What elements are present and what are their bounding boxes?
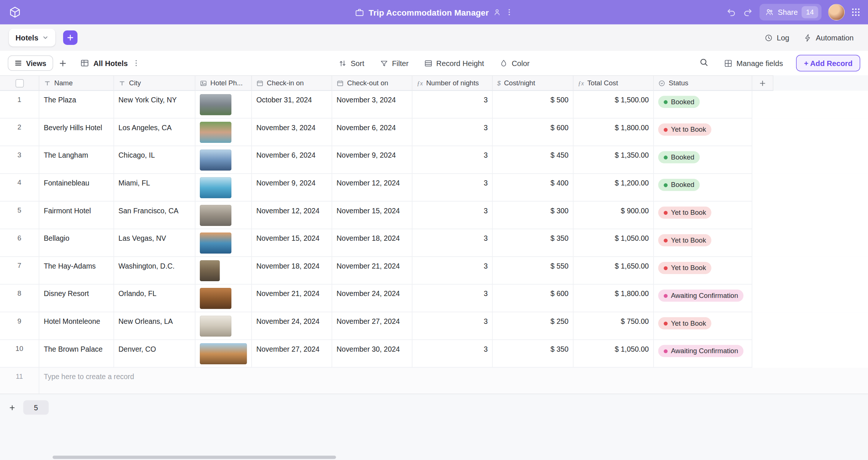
cell-nights[interactable]: 3 [412, 312, 493, 340]
add-table-button[interactable] [63, 30, 78, 45]
cell-total[interactable]: $ 1,800.00 [573, 285, 654, 312]
record-count-badge[interactable]: 5 [23, 400, 49, 415]
cell-status[interactable]: Yet to Book [654, 257, 752, 285]
cell-checkin[interactable]: November 27, 2024 [252, 340, 332, 368]
cell-checkin[interactable]: November 3, 2024 [252, 118, 332, 146]
cell-city[interactable]: Las Vegas, NV [114, 229, 195, 257]
cell-photo[interactable] [195, 312, 252, 340]
cell-nights[interactable]: 3 [412, 146, 493, 174]
cell-checkout[interactable]: November 12, 2024 [332, 174, 412, 202]
cell-name[interactable]: The Langham [39, 146, 114, 174]
cell-name[interactable]: The Plaza [39, 91, 114, 119]
hotel-photo-thumbnail[interactable] [200, 232, 231, 253]
cell-num[interactable]: 10 [0, 340, 39, 368]
tab-hotels[interactable]: Hotels [9, 29, 56, 47]
cell-total[interactable]: $ 1,200.00 [573, 174, 654, 202]
cell-status[interactable]: Awaiting Confirmation [654, 285, 752, 312]
cell-num[interactable]: 1 [0, 91, 39, 119]
cell-checkin[interactable]: November 9, 2024 [252, 174, 332, 202]
cell-nights[interactable]: 3 [412, 340, 493, 368]
cell-num[interactable]: 5 [0, 201, 39, 229]
cell-name[interactable]: The Hay-Adams [39, 257, 114, 285]
share-access-icon[interactable] [493, 8, 501, 16]
hotel-photo-thumbnail[interactable] [200, 315, 231, 336]
cell-total[interactable]: $ 1,350.00 [573, 146, 654, 174]
cell-city[interactable]: Denver, CO [114, 340, 195, 368]
cell-total[interactable]: $ 1,650.00 [573, 257, 654, 285]
cell-checkin[interactable]: October 31, 2024 [252, 91, 332, 119]
cell-checkin[interactable]: November 12, 2024 [252, 201, 332, 229]
hotel-photo-thumbnail[interactable] [200, 343, 247, 364]
cell-total[interactable]: $ 900.00 [573, 201, 654, 229]
search-button[interactable] [697, 55, 711, 71]
cell-status[interactable]: Yet to Book [654, 201, 752, 229]
cell-city[interactable]: Los Angeles, CA [114, 118, 195, 146]
hotel-photo-thumbnail[interactable] [200, 288, 231, 309]
cell-photo[interactable] [195, 118, 252, 146]
column-header-cost[interactable]: $Cost/night [493, 75, 573, 91]
cell-photo[interactable] [195, 146, 252, 174]
cell-num[interactable]: 8 [0, 285, 39, 312]
cell-checkout[interactable]: November 15, 2024 [332, 201, 412, 229]
cell-nights[interactable]: 3 [412, 91, 493, 119]
column-header-row-number[interactable] [0, 75, 39, 91]
cell-name[interactable]: Fairmont Hotel [39, 201, 114, 229]
cell-name[interactable]: Bellagio [39, 229, 114, 257]
cell-checkout[interactable]: November 27, 2024 [332, 312, 412, 340]
cell-nights[interactable]: 3 [412, 174, 493, 202]
cell-nights[interactable]: 3 [412, 229, 493, 257]
cell-nights[interactable]: 3 [412, 201, 493, 229]
cell-status[interactable]: Booked [654, 146, 752, 174]
cell-status[interactable]: Yet to Book [654, 312, 752, 340]
cell-photo[interactable] [195, 201, 252, 229]
cell-cost[interactable]: $ 600 [493, 118, 573, 146]
hotel-photo-thumbnail[interactable] [200, 177, 231, 198]
cell-cost[interactable]: $ 450 [493, 146, 573, 174]
cell-name[interactable]: The Brown Palace [39, 340, 114, 368]
cell-cost[interactable]: $ 550 [493, 257, 573, 285]
cell-num[interactable]: 2 [0, 118, 39, 146]
add-view-button[interactable] [59, 59, 67, 67]
cell-cost[interactable]: $ 250 [493, 312, 573, 340]
redo-icon[interactable] [743, 7, 753, 17]
column-header-status[interactable]: Status [654, 75, 752, 91]
cell-checkout[interactable]: November 18, 2024 [332, 229, 412, 257]
cell-num[interactable]: 4 [0, 174, 39, 202]
share-button[interactable]: Share 14 [760, 4, 822, 20]
view-menu-icon[interactable] [132, 59, 140, 67]
column-header-photo[interactable]: Hotel Ph... [195, 75, 252, 91]
create-record-row[interactable]: 11 Type here to create a record [0, 368, 868, 394]
cell-checkout[interactable]: November 30, 2024 [332, 340, 412, 368]
cell-checkin[interactable]: November 18, 2024 [252, 257, 332, 285]
column-header-city[interactable]: City [114, 75, 195, 91]
add-row-button[interactable] [6, 401, 19, 414]
user-avatar[interactable] [828, 4, 845, 20]
filter-button[interactable]: Filter [375, 56, 413, 70]
column-header-checkout[interactable]: Check-out on [332, 75, 412, 91]
cell-cost[interactable]: $ 600 [493, 285, 573, 312]
cell-checkout[interactable]: November 9, 2024 [332, 146, 412, 174]
hotel-photo-thumbnail[interactable] [200, 94, 231, 115]
cell-city[interactable]: Orlando, FL [114, 285, 195, 312]
cell-nights[interactable]: 3 [412, 285, 493, 312]
cell-photo[interactable] [195, 340, 252, 368]
cell-city[interactable]: Chicago, IL [114, 146, 195, 174]
cell-total[interactable]: $ 750.00 [573, 312, 654, 340]
cell-name[interactable]: Beverly Hills Hotel [39, 118, 114, 146]
cell-cost[interactable]: $ 400 [493, 174, 573, 202]
hotel-photo-thumbnail[interactable] [200, 122, 231, 143]
cell-total[interactable]: $ 1,050.00 [573, 340, 654, 368]
column-header-name[interactable]: Name [39, 75, 114, 91]
cell-checkout[interactable]: November 21, 2024 [332, 257, 412, 285]
cell-city[interactable]: New Orleans, LA [114, 312, 195, 340]
add-field-button[interactable] [752, 75, 773, 91]
select-all-checkbox[interactable] [15, 79, 23, 87]
views-button[interactable]: Views [8, 55, 53, 71]
sort-button[interactable]: Sort [334, 56, 369, 70]
cell-cost[interactable]: $ 350 [493, 340, 573, 368]
cell-status[interactable]: Booked [654, 91, 752, 119]
record-height-button[interactable]: Record Height [420, 56, 488, 70]
cell-city[interactable]: Washington, D.C. [114, 257, 195, 285]
cell-photo[interactable] [195, 285, 252, 312]
cell-total[interactable]: $ 1,500.00 [573, 91, 654, 119]
